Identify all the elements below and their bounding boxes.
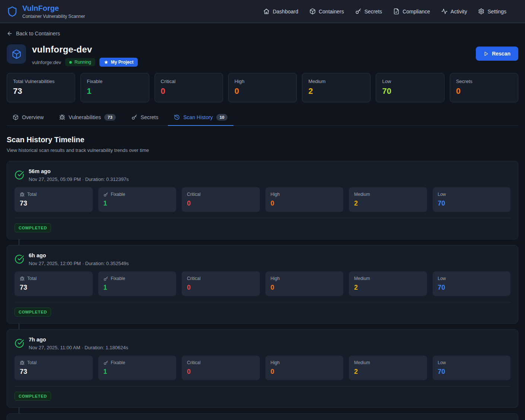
scan-stat-medium: Medium 2 xyxy=(349,356,427,380)
scan-card-header: 7h ago Nov 27, 2025, 11:00 AM · Duration… xyxy=(15,336,510,350)
tab-scan-history[interactable]: Scan History 10 xyxy=(168,110,233,125)
home-icon xyxy=(263,8,270,15)
package-icon xyxy=(13,114,19,120)
scan-stat-value: 0 xyxy=(187,368,255,376)
arrow-left-icon xyxy=(7,31,13,36)
nav-item-containers[interactable]: Containers xyxy=(309,8,344,15)
scan-stat-medium: Medium 2 xyxy=(349,271,427,296)
stat-label: High xyxy=(235,79,290,84)
tab-label: Vulnerabilities xyxy=(69,114,101,120)
section-subtitle: View historical scan results and track v… xyxy=(7,147,518,153)
scan-time-ago: 56m ago xyxy=(29,168,129,174)
summary-stats-row: Total Vulnerabilities 73 Fixable 1 Criti… xyxy=(7,73,518,102)
key-icon xyxy=(131,114,137,120)
container-image-name: vulnforge:dev xyxy=(32,60,61,65)
scan-meta: Nov 27, 2025, 11:00 AM · Duration: 1.180… xyxy=(29,345,128,350)
project-badge[interactable]: My Project xyxy=(99,58,138,67)
back-link-label: Back to Containers xyxy=(16,31,60,36)
scan-stat-high: High 0 xyxy=(265,356,344,380)
stat-card-medium: Medium 2 xyxy=(302,73,370,102)
scan-status-badge: COMPLETED xyxy=(15,223,51,232)
scan-stat-label: High xyxy=(271,276,338,281)
scan-stat-value: 1 xyxy=(104,368,171,376)
stat-card-high: High 0 xyxy=(228,73,297,102)
scan-stat-low: Low 70 xyxy=(433,356,511,380)
scan-stat-label: Low xyxy=(438,192,506,197)
scan-stat-label: Total xyxy=(20,192,88,197)
scan-card: 6h ago Nov 27, 2025, 12:00 PM · Duration… xyxy=(7,245,518,324)
scan-meta: Nov 27, 2025, 05:09 PM · Duration: 0.312… xyxy=(29,176,129,182)
page-title: vulnforge-dev xyxy=(32,44,138,55)
nav-item-dashboard[interactable]: Dashboard xyxy=(263,8,298,15)
timeline-connector xyxy=(19,239,19,245)
status-label: Running xyxy=(74,60,91,65)
scan-card: 56m ago Nov 27, 2025, 05:09 PM · Duratio… xyxy=(7,161,518,239)
nav-item-compliance[interactable]: Compliance xyxy=(393,8,430,15)
scan-stat-critical: Critical 0 xyxy=(182,187,260,212)
scan-stat-value: 2 xyxy=(354,200,422,207)
back-to-containers-link[interactable]: Back to Containers xyxy=(7,31,60,36)
scan-stat-label: Critical xyxy=(187,276,255,281)
status-badge: Running xyxy=(65,58,95,66)
tab-secrets[interactable]: Secrets xyxy=(125,110,164,125)
status-dot-icon xyxy=(69,61,72,64)
scan-stat-label: Medium xyxy=(354,192,422,197)
scan-card-header: 6h ago Nov 27, 2025, 12:00 PM · Duration… xyxy=(15,252,510,266)
section-title: Scan History Timeline xyxy=(7,136,518,144)
nav-item-secrets[interactable]: Secrets xyxy=(355,8,382,15)
top-nav: VulnForge Container Vulnerability Scanne… xyxy=(0,0,525,23)
tab-vulnerabilities[interactable]: Vulnerabilities 73 xyxy=(53,110,121,125)
timeline-connector xyxy=(19,408,19,413)
bug-icon xyxy=(20,360,25,365)
stat-value: 2 xyxy=(308,86,364,96)
scan-stat-value: 73 xyxy=(20,284,88,292)
scan-stat-label: Total xyxy=(20,276,88,281)
tab-count-badge: 73 xyxy=(104,114,116,121)
stat-value: 73 xyxy=(13,86,69,96)
scan-stat-label: Medium xyxy=(354,276,422,281)
scan-card: 7h ago Nov 27, 2025, 11:00 AM · Duration… xyxy=(7,329,518,408)
nav-item-settings[interactable]: Settings xyxy=(478,8,506,15)
scan-stat-value: 70 xyxy=(438,368,506,376)
scan-stats-row: Total 73 Fixable 1 Critical 0 High 0 Med… xyxy=(15,187,510,212)
tab-overview[interactable]: Overview xyxy=(7,110,50,125)
timeline-connector xyxy=(19,324,19,329)
scan-stat-total: Total 73 xyxy=(15,187,93,212)
scan-stats-row: Total 73 Fixable 1 Critical 0 High 0 Med… xyxy=(15,356,510,380)
stat-card-secrets: Secrets 0 xyxy=(450,73,518,102)
scan-stat-value: 1 xyxy=(104,284,171,292)
star-icon xyxy=(104,60,108,64)
scan-stat-high: High 0 xyxy=(265,187,344,212)
scan-stat-label: Fixable xyxy=(104,192,171,197)
tab-count-badge: 10 xyxy=(216,114,228,121)
scan-stat-critical: Critical 0 xyxy=(182,271,260,296)
stat-value: 0 xyxy=(161,86,217,96)
check-circle-icon xyxy=(15,252,24,266)
stat-card-low: Low 70 xyxy=(376,73,444,102)
stat-label: Secrets xyxy=(456,79,512,84)
scan-stat-high: High 0 xyxy=(265,271,344,296)
nav-item-activity[interactable]: Activity xyxy=(441,8,467,15)
scan-timeline: 56m ago Nov 27, 2025, 05:09 PM · Duratio… xyxy=(7,161,518,420)
stat-value: 70 xyxy=(382,86,438,96)
scan-stat-fixable: Fixable 1 xyxy=(98,187,176,212)
scan-stat-value: 0 xyxy=(187,200,255,207)
scan-stat-fixable: Fixable 1 xyxy=(98,271,176,296)
bug-icon xyxy=(20,192,25,197)
container-meta: vulnforge:dev Running My Project xyxy=(32,58,138,67)
stat-value: 0 xyxy=(235,86,290,96)
scan-stat-total: Total 73 xyxy=(15,271,93,296)
scan-stat-value: 73 xyxy=(20,200,88,207)
stat-card-fixable: Fixable 1 xyxy=(80,73,149,102)
container-header: vulnforge-dev vulnforge:dev Running My P… xyxy=(7,44,518,67)
rescan-button[interactable]: Rescan xyxy=(476,47,518,61)
scan-stat-medium: Medium 2 xyxy=(349,187,427,212)
stat-value: 0 xyxy=(456,86,512,96)
project-badge-label: My Project xyxy=(111,60,134,65)
main-content: Back to Containers vulnforge-dev vulnfor… xyxy=(0,23,525,420)
tab-label: Secrets xyxy=(141,114,158,120)
package-icon xyxy=(12,49,22,59)
top-nav-items: DashboardContainersSecretsComplianceActi… xyxy=(263,8,506,15)
scan-stat-label: Total xyxy=(20,360,88,365)
scan-stat-critical: Critical 0 xyxy=(182,356,260,380)
